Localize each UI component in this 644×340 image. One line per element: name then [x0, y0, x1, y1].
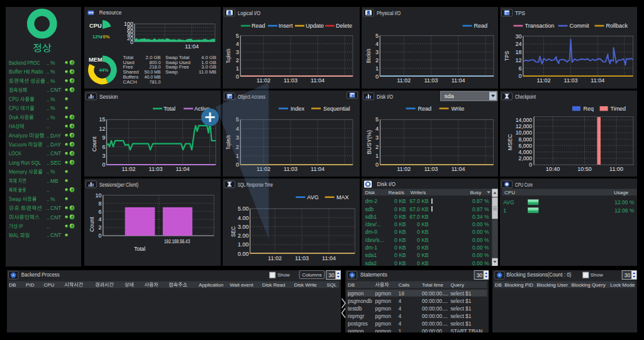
svg-text:MB: MB: [50, 178, 58, 184]
svg-text:select $1: select $1: [450, 312, 472, 319]
svg-text:5: 5: [375, 33, 378, 39]
svg-text:0%: 0%: [103, 34, 110, 40]
svg-text:5: 5: [236, 116, 239, 123]
svg-text:START TRAN...: START TRAN...: [450, 327, 487, 332]
svg-text:0 KB: 0 KB: [394, 214, 406, 220]
svg-text:0: 0: [236, 74, 239, 80]
svg-text:CACH: CACH: [123, 79, 137, 85]
svg-text:..: ..: [47, 160, 50, 166]
svg-text:11:03: 11:03: [295, 255, 309, 261]
svg-text:11.0 MB: 11.0 MB: [199, 69, 216, 75]
svg-text:sda1: sda1: [365, 252, 377, 258]
svg-text:pgmon: pgmon: [375, 327, 391, 332]
svg-text:11:04: 11:04: [185, 43, 199, 50]
svg-text:2: 2: [236, 143, 239, 150]
svg-text:1: 1: [503, 207, 506, 214]
svg-text:select $1: select $1: [450, 305, 472, 311]
svg-text:..: ..: [47, 96, 50, 102]
svg-text:10: 10: [95, 192, 101, 199]
svg-text:0 KB: 0 KB: [394, 244, 406, 251]
svg-text:Session: Session: [99, 93, 118, 99]
svg-text:Query: Query: [450, 282, 464, 287]
svg-text:postgres: postgres: [348, 320, 368, 326]
svg-text:4: 4: [398, 297, 401, 304]
svg-text:67.0 KB: 67.0 KB: [409, 198, 429, 204]
svg-text:Sessions(per Client): Sessions(per Client): [99, 182, 138, 188]
svg-text:4: 4: [398, 320, 401, 326]
svg-text:..: ..: [47, 214, 50, 221]
svg-text:Tuples/s: Tuples/s: [225, 134, 231, 149]
svg-text:CNT: CNT: [50, 87, 61, 93]
svg-text:10:40: 10:40: [545, 165, 559, 172]
svg-text:select $1: select $1: [450, 320, 472, 326]
svg-text:DAY: DAY: [50, 133, 61, 139]
svg-text:Total: Total: [134, 246, 145, 252]
svg-text:sda: sda: [444, 92, 454, 99]
svg-text:..: ..: [47, 178, 50, 184]
svg-text:%: %: [50, 105, 55, 111]
svg-text:11:02: 11:02: [397, 77, 411, 84]
svg-text:4.00: 4.00: [238, 215, 249, 221]
svg-text:sda2: sda2: [365, 260, 377, 266]
svg-text:pgmon: pgmon: [375, 290, 391, 296]
svg-text:..: ..: [47, 60, 50, 66]
svg-text:SQL Response Time: SQL Response Time: [238, 182, 273, 188]
svg-text:6: 6: [98, 209, 101, 215]
svg-text:0 KB: 0 KB: [417, 237, 429, 243]
svg-text:Application: Application: [199, 282, 223, 287]
svg-text:Physical I/O: Physical I/O: [377, 10, 401, 16]
svg-text:4: 4: [236, 41, 239, 47]
svg-text:11:02: 11:02: [536, 77, 550, 84]
svg-text:12.00 %: 12.00 %: [614, 199, 635, 206]
svg-text:..: ..: [47, 69, 50, 75]
svg-text:DB: DB: [495, 282, 502, 287]
svg-text:..: ..: [47, 187, 50, 193]
svg-text:3: 3: [236, 134, 239, 141]
svg-text:Blocking Sessions(Count : 0): Blocking Sessions(Count : 0): [506, 271, 571, 278]
svg-text:CNT: CNT: [50, 205, 61, 211]
svg-text:8,000: 8,000: [518, 136, 532, 142]
svg-text:..: ..: [47, 87, 50, 93]
svg-text:/dev/...: /dev/...: [365, 221, 381, 228]
svg-text:4: 4: [375, 41, 378, 47]
svg-text:..: ..: [47, 133, 50, 139]
svg-text:12: 12: [99, 126, 106, 132]
svg-text:..: ..: [47, 105, 50, 111]
svg-text:3: 3: [375, 49, 378, 55]
svg-text:0.87 %: 0.87 %: [472, 206, 489, 212]
svg-text:0 KB: 0 KB: [417, 244, 429, 251]
svg-text:Timed: Timed: [610, 105, 626, 111]
svg-text:4: 4: [98, 216, 101, 222]
svg-text:1.00: 1.00: [238, 241, 249, 248]
svg-text:pgmon: pgmon: [375, 312, 391, 319]
svg-text:Blocks/s: Blocks/s: [365, 48, 371, 63]
svg-text:TPS: TPS: [503, 51, 509, 61]
svg-text:LOCK: LOCK: [9, 150, 21, 156]
svg-text:1: 1: [375, 65, 378, 72]
svg-text:CNT: CNT: [50, 214, 61, 221]
svg-text:2: 2: [375, 143, 379, 150]
svg-text:Columns: Columns: [302, 271, 322, 277]
svg-text:1: 1: [398, 327, 401, 332]
svg-text:00:00:00....: 00:00:00....: [422, 305, 448, 311]
svg-text:14,000: 14,000: [515, 117, 531, 123]
svg-text:11:03: 11:03: [284, 165, 297, 172]
svg-text:18: 18: [398, 290, 404, 296]
svg-text:44%: 44%: [99, 67, 108, 73]
svg-text:00:00:00....: 00:00:00....: [422, 290, 448, 296]
svg-text:%: %: [50, 96, 55, 102]
svg-text:Read: Read: [252, 23, 265, 29]
svg-text:0: 0: [98, 233, 101, 239]
svg-text:Disk I/O: Disk I/O: [377, 181, 396, 187]
svg-text:0.00 %: 0.00 %: [472, 221, 489, 228]
svg-text:%: %: [50, 69, 55, 75]
svg-text:4: 4: [398, 312, 401, 319]
svg-text:DB: DB: [348, 282, 355, 287]
svg-text:12,000: 12,000: [515, 123, 531, 129]
svg-text:3.00: 3.00: [238, 224, 249, 230]
svg-text:MAX: MAX: [336, 194, 349, 200]
svg-text:Show: Show: [591, 272, 603, 278]
svg-text:BUSY(%): BUSY(%): [366, 130, 372, 154]
svg-text:0.34 %: 0.34 %: [472, 214, 489, 220]
svg-text:0: 0: [130, 39, 133, 45]
